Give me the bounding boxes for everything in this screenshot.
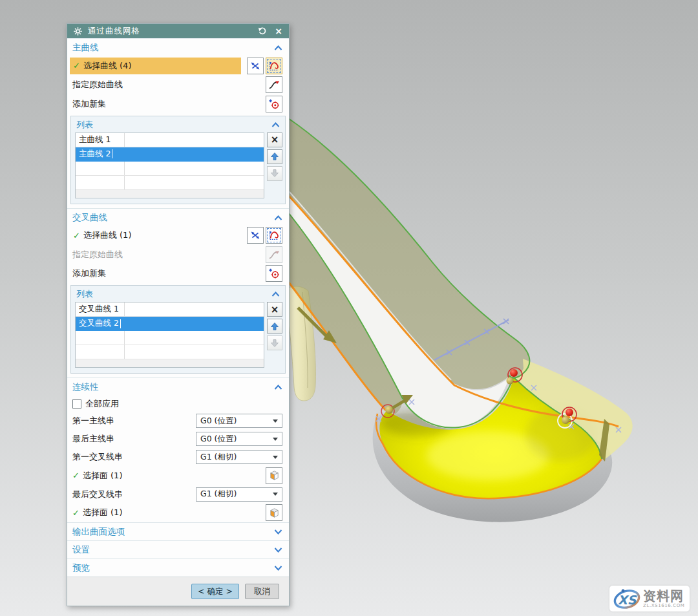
move-down-button[interactable]	[267, 166, 282, 181]
move-down-button[interactable]	[267, 335, 282, 350]
last-main-string-select[interactable]: G0 (位置)	[196, 432, 282, 446]
watermark-site-url: ZL.XS1616.COM	[643, 604, 684, 608]
add-new-set-button[interactable]	[266, 265, 282, 282]
cross-add-set-row[interactable]: 添加新集	[67, 264, 289, 284]
cancel-button[interactable]: 取消	[245, 584, 279, 599]
first-main-string-select[interactable]: G0 (位置)	[196, 414, 282, 428]
first-cross-string-select[interactable]: G1 (相切)	[196, 450, 282, 464]
select-face-row-1[interactable]: ✓ 选择面 (1)	[67, 466, 289, 485]
ok-button[interactable]: < 确定 >	[191, 584, 239, 599]
list-header: 列表	[76, 119, 93, 131]
add-set-label: 添加新集	[72, 98, 106, 110]
section-header-preview[interactable]: 预览	[67, 558, 289, 577]
through-curve-mesh-dialog: 通过曲线网格 × 主曲线 ✓ 选择曲线 (4)	[67, 23, 290, 606]
select-curve-box[interactable]: ✓ 选择曲线 (1)	[70, 227, 241, 244]
cross-curve-list[interactable]: 交叉曲线 1 交叉曲线 2	[75, 302, 264, 368]
list-item-stub	[76, 190, 264, 198]
add-set-label: 添加新集	[72, 268, 106, 279]
expand-icon[interactable]	[274, 566, 282, 571]
apply-all-checkbox[interactable]	[72, 399, 81, 409]
origin-curve-button[interactable]	[266, 76, 282, 93]
reverse-direction-button[interactable]	[247, 227, 264, 244]
section-label: 连续性	[72, 381, 99, 393]
section-header-output-options[interactable]: 输出曲面选项	[67, 522, 289, 540]
list-item-stub	[76, 359, 264, 367]
remove-item-button[interactable]: ×	[267, 302, 282, 317]
collapse-icon[interactable]	[274, 45, 282, 50]
last-cross-string-select[interactable]: G1 (相切)	[196, 487, 282, 502]
section-label: 预览	[72, 562, 90, 574]
watermark-badge: XS 资料网 ZL.XS1616.COM	[609, 586, 690, 611]
check-icon: ✓	[72, 471, 79, 480]
last-main-string-label: 最后主线串	[72, 433, 114, 445]
dialog-titlebar[interactable]: 通过曲线网格 ×	[67, 24, 289, 38]
chevron-down-icon	[273, 456, 278, 459]
section-label: 输出曲面选项	[72, 526, 125, 538]
reset-icon[interactable]	[257, 25, 268, 37]
dialog-footer: < 确定 > 取消	[67, 577, 289, 606]
list-item-empty[interactable]	[76, 176, 264, 190]
first-main-string-row: 第一主线串 G0 (位置)	[67, 412, 289, 430]
main-origin-curve-row[interactable]: 指定原始曲线	[67, 76, 289, 95]
last-cross-string-label: 最后交叉线串	[72, 489, 123, 500]
dialog-title: 通过曲线网格	[88, 26, 252, 37]
select-curve-label: 选择曲线 (4)	[83, 60, 132, 72]
chevron-down-icon	[273, 493, 278, 496]
close-icon[interactable]: ×	[273, 25, 284, 37]
select-curve-highlight[interactable]: ✓ 选择曲线 (4)	[70, 58, 241, 74]
move-up-button[interactable]	[267, 319, 282, 334]
reverse-direction-button[interactable]	[247, 58, 264, 74]
main-select-curve-row[interactable]: ✓ 选择曲线 (4)	[67, 56, 289, 76]
section-header-settings[interactable]: 设置	[67, 540, 289, 558]
curve-rule-button[interactable]	[266, 227, 282, 244]
face-select-button[interactable]	[266, 467, 282, 484]
check-icon: ✓	[73, 61, 80, 70]
origin-curve-label: 指定原始曲线	[72, 79, 123, 90]
select-curve-label: 选择曲线 (1)	[83, 229, 132, 241]
section-label: 交叉曲线	[72, 212, 107, 224]
collapse-icon[interactable]	[274, 385, 282, 390]
origin-curve-button-disabled	[266, 246, 282, 263]
list-item[interactable]: 主曲线 1	[76, 133, 264, 147]
section-label: 主曲线	[72, 42, 99, 54]
curve-rule-button[interactable]	[266, 58, 282, 74]
collapse-icon[interactable]	[271, 122, 280, 127]
apply-all-row[interactable]: 全部应用	[67, 396, 289, 412]
expand-icon[interactable]	[274, 547, 282, 553]
section-header-cross-curves[interactable]: 交叉曲线	[67, 208, 289, 226]
last-main-string-row: 最后主线串 G0 (位置)	[67, 430, 289, 448]
main-curve-list[interactable]: 主曲线 1 主曲线 2	[75, 133, 264, 198]
first-main-string-label: 第一主线串	[72, 415, 114, 427]
section-header-continuity[interactable]: 连续性	[67, 377, 289, 396]
section-header-main-curves[interactable]: 主曲线	[67, 38, 289, 56]
expand-icon[interactable]	[274, 529, 282, 535]
list-item-empty[interactable]	[76, 331, 264, 345]
face-select-button[interactable]	[266, 504, 282, 521]
select-face-row-2[interactable]: ✓ 选择面 (1)	[67, 504, 289, 523]
list-item-selected[interactable]: 主曲线 2	[76, 147, 264, 162]
chevron-down-icon	[273, 438, 278, 441]
chevron-down-icon	[273, 420, 278, 423]
list-item-empty[interactable]	[76, 345, 264, 359]
list-item-selected[interactable]: 交叉曲线 2	[76, 317, 264, 331]
collapse-icon[interactable]	[271, 292, 280, 297]
main-curve-list-group: 列表 主曲线 1 主曲线 2 ×	[70, 116, 286, 204]
check-icon: ✓	[73, 231, 80, 240]
remove-item-button[interactable]: ×	[267, 133, 282, 147]
select-face-label: 选择面 (1)	[83, 507, 123, 518]
select-face-label: 选择面 (1)	[83, 470, 123, 482]
watermark-logo-text: XS	[618, 593, 637, 607]
first-cross-string-row: 第一交叉线串 G1 (相切)	[67, 448, 289, 466]
cross-select-curve-row[interactable]: ✓ 选择曲线 (1)	[67, 226, 289, 246]
collapse-icon[interactable]	[274, 215, 282, 220]
origin-curve-label-disabled: 指定原始曲线	[72, 249, 123, 260]
check-icon: ✓	[72, 508, 79, 518]
move-up-button[interactable]	[267, 149, 282, 164]
list-item-empty[interactable]	[76, 162, 264, 176]
list-header: 列表	[76, 288, 93, 300]
add-new-set-button[interactable]	[266, 96, 282, 112]
apply-all-label: 全部应用	[85, 398, 119, 410]
list-item[interactable]: 交叉曲线 1	[76, 303, 264, 317]
main-add-set-row[interactable]: 添加新集	[67, 94, 289, 114]
watermark-logo: XS	[612, 587, 642, 610]
